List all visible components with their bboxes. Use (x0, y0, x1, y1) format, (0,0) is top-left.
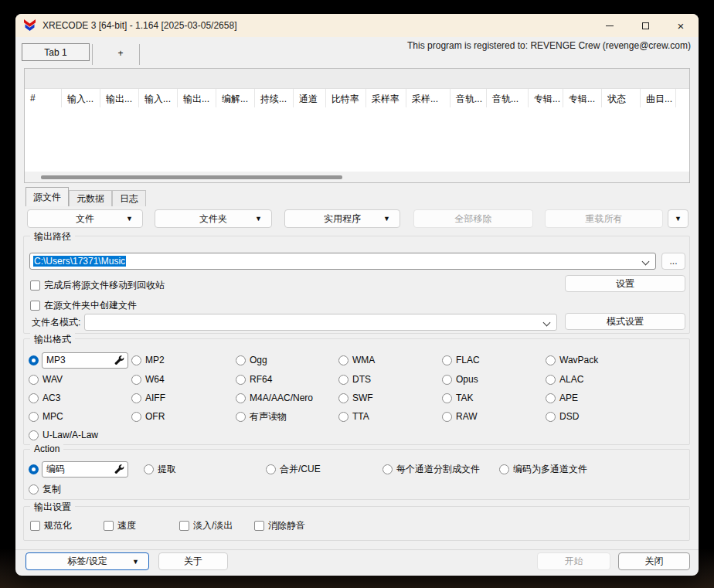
format-option-mp3[interactable]: MP3 (29, 352, 128, 369)
radio-icon (29, 393, 39, 403)
column-header[interactable]: 输出... (178, 89, 216, 107)
reload-all-button[interactable]: 重载所有 (545, 209, 663, 228)
scrollbar-thumb[interactable] (41, 175, 342, 179)
format-option-raw[interactable]: RAW (442, 408, 478, 425)
column-header[interactable]: 编解... (216, 89, 255, 107)
action-label: 合并/CUE (280, 463, 321, 476)
format-option-w64[interactable]: W64 (131, 371, 165, 388)
create-in-source-checkbox[interactable]: 在源文件夹中创建文件 (30, 297, 137, 314)
horizontal-scrollbar[interactable] (25, 172, 689, 182)
format-option-flac[interactable]: FLAC (442, 352, 480, 369)
move-to-recycle-checkbox[interactable]: 完成后将源文件移动到回收站 (30, 277, 165, 294)
remove-all-button[interactable]: 全部移除 (413, 209, 533, 228)
action-option-copy[interactable]: 复制 (29, 481, 61, 498)
normalize-checkbox[interactable]: 规范化 (30, 517, 72, 534)
action-option-encode[interactable]: 编码 (29, 461, 128, 478)
radio-icon (546, 393, 556, 403)
radio-icon (546, 375, 556, 385)
format-option-ofr[interactable]: OFR (131, 408, 165, 425)
app-icon (23, 19, 36, 32)
format-option-ape[interactable]: APE (546, 389, 578, 406)
titlebar: XRECODE 3 [64-bit] - 1.164 [2025-03-05/2… (15, 14, 699, 37)
speed-checkbox[interactable]: 速度 (104, 517, 136, 534)
file-table: # 输入... 输出... 输入... 输出... 编解... 持续... 通道… (24, 68, 690, 183)
column-header[interactable]: 持续... (255, 89, 294, 107)
toolbar-more-dropdown-button[interactable]: ▼ (668, 209, 688, 228)
about-button[interactable]: 关于 (158, 552, 228, 570)
tab-metadata-label: 元数据 (76, 192, 104, 206)
action-group-label: Action (30, 444, 63, 454)
add-tab-button[interactable]: + (102, 44, 139, 62)
column-header[interactable]: 音轨... (487, 89, 529, 107)
column-header[interactable]: 曲目... (641, 89, 676, 107)
format-option-opus[interactable]: Opus (442, 371, 478, 388)
output-format-group-label: 输出格式 (30, 333, 75, 346)
file-menu-button[interactable]: 文件 ▼ (27, 209, 143, 228)
browse-button[interactable]: ... (661, 253, 685, 270)
column-header[interactable]: 输入... (62, 89, 100, 107)
column-header[interactable]: # (25, 89, 62, 107)
tab-log[interactable]: 日志 (112, 190, 146, 206)
pattern-settings-button[interactable]: 模式设置 (565, 313, 685, 330)
format-option-dts[interactable]: DTS (338, 371, 371, 388)
action-option-extract[interactable]: 提取 (144, 461, 176, 478)
close-window-button[interactable]: 关闭 (618, 552, 690, 570)
tab-1-label: Tab 1 (44, 47, 66, 58)
format-option-mp2[interactable]: MP2 (131, 352, 165, 369)
folder-menu-button[interactable]: 文件夹 ▼ (155, 209, 272, 228)
format-option-mpc[interactable]: MPC (29, 408, 63, 425)
format-option-wma[interactable]: WMA (338, 352, 375, 369)
format-option-wavpack[interactable]: WavPack (546, 352, 598, 369)
column-header[interactable]: 专辑... (529, 89, 563, 107)
maximize-button[interactable] (627, 14, 663, 37)
format-option-tak[interactable]: TAK (442, 389, 473, 406)
output-path-group-label: 输出路径 (30, 230, 75, 243)
column-header[interactable]: 输入... (139, 89, 178, 107)
combo-chevron-icon[interactable] (642, 258, 650, 266)
browse-label: ... (669, 256, 677, 267)
tab-1[interactable]: Tab 1 (22, 43, 90, 61)
action-option-encode-multichannel[interactable]: 编码为多通道文件 (499, 461, 587, 478)
app-window: XRECODE 3 [64-bit] - 1.164 [2025-03-05/2… (15, 14, 699, 576)
column-header[interactable]: 比特率 (326, 89, 366, 107)
utilities-menu-button[interactable]: 实用程序 ▼ (284, 209, 400, 228)
action-option-merge-cue[interactable]: 合并/CUE (266, 461, 321, 478)
close-button[interactable]: × (663, 14, 699, 37)
format-option-ulaw-alaw[interactable]: U-Law/A-Law (29, 427, 98, 444)
format-option-dsd[interactable]: DSD (546, 408, 579, 425)
action-option-split-per-channel[interactable]: 每个通道分割成文件 (382, 461, 480, 478)
column-header[interactable]: 通道 (294, 89, 326, 107)
format-option-rf64[interactable]: RF64 (236, 371, 272, 388)
format-option-aiff[interactable]: AIFF (131, 389, 165, 406)
minimize-button[interactable] (592, 14, 627, 37)
action-encode-config-box[interactable]: 编码 (42, 461, 128, 478)
format-option-ogg[interactable]: Ogg (236, 352, 267, 369)
about-label: 关于 (184, 555, 202, 568)
tab-source-files[interactable]: 源文件 (26, 187, 69, 206)
fade-checkbox[interactable]: 淡入/淡出 (179, 517, 233, 534)
format-option-m4a-aac-nero[interactable]: M4A/AAC/Nero (236, 389, 313, 406)
start-button[interactable]: 开始 (537, 552, 610, 570)
tags-settings-button[interactable]: 标签/设定 ▼ (26, 552, 149, 570)
column-header[interactable]: 采样率 (366, 89, 406, 107)
column-header[interactable]: 音轨... (450, 89, 487, 107)
combo-chevron-icon[interactable] (543, 319, 551, 327)
table-body[interactable] (25, 107, 689, 172)
format-option-ac3[interactable]: AC3 (29, 389, 60, 406)
column-header[interactable]: 采样... (406, 89, 450, 107)
settings-button[interactable]: 设置 (565, 275, 685, 292)
format-mp3-config-box[interactable]: MP3 (42, 352, 128, 369)
format-option-swf[interactable]: SWF (338, 389, 373, 406)
column-header[interactable]: 专辑... (563, 89, 602, 107)
format-option-wav[interactable]: WAV (29, 371, 63, 388)
tab-metadata[interactable]: 元数据 (69, 190, 112, 206)
silence-checkbox[interactable]: 消除静音 (254, 517, 305, 534)
format-option-alac[interactable]: ALAC (546, 371, 583, 388)
column-header[interactable]: 状态 (602, 89, 641, 107)
format-label: RF64 (250, 374, 272, 385)
filename-pattern-input[interactable] (84, 314, 557, 331)
column-header[interactable]: 输出... (100, 89, 139, 107)
format-option-audiobook[interactable]: 有声读物 (236, 408, 287, 425)
format-option-tta[interactable]: TTA (338, 408, 369, 425)
output-path-input[interactable]: C:\Users\17371\Music (29, 253, 656, 270)
